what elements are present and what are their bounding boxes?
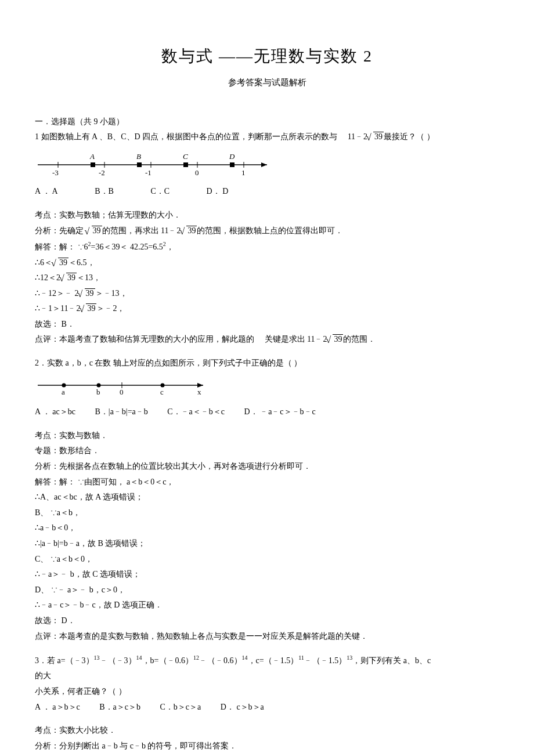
q1-step1: ∴6＜39＜6.5， xyxy=(35,255,499,271)
q3-stem-line1: 3．若 a=（﹣3）13﹣（﹣3）14，b=（﹣0.6）12﹣（﹣0.6）14，… xyxy=(35,652,499,668)
svg-text:0: 0 xyxy=(120,388,124,396)
q3-stem-line2: 的大 xyxy=(35,668,499,684)
svg-text:0: 0 xyxy=(195,168,199,176)
q1-dianping: 点评：本题考查了数轴和估算无理数的大小的应用，解此题的 关键是求出 11﹣239… xyxy=(35,332,499,348)
svg-text:a: a xyxy=(62,388,65,396)
q2-kaodian: 考点：实数与数轴． xyxy=(35,428,499,444)
section-heading: 一．选择题（共 9 小题） xyxy=(35,114,499,130)
q2-jieda: 解答：解： ∵由图可知， a＜b＜0＜c， xyxy=(35,475,499,490)
svg-text:-3: -3 xyxy=(52,168,59,176)
q3-option-d: D． c＞b＞a xyxy=(221,700,264,715)
svg-rect-15 xyxy=(230,162,234,167)
q1-step4: ∴﹣1＞11﹣239＞﹣2， xyxy=(35,301,499,317)
svg-text:-2: -2 xyxy=(99,168,105,176)
q2-dianping: 点评：本题考查的是实数与数轴，熟知数轴上各点与实数是一一对应关系是解答此题的关键… xyxy=(35,629,499,645)
q2-number-line: a b 0 c x xyxy=(35,374,499,403)
q2-options: A ． ac＞bc B．|a﹣b|=a﹣b C．﹣a＜﹣b＜c D． ﹣a﹣c＞… xyxy=(35,404,499,420)
q2-line-a: ∴A、ac＜bc，故 A 选项错误； xyxy=(35,490,499,505)
svg-text:x: x xyxy=(197,388,201,396)
q2-option-d: D． ﹣a﹣c＞﹣b﹣c xyxy=(244,404,316,420)
sqrt-icon: 39 xyxy=(60,270,77,286)
sqrt-icon: 39 xyxy=(367,129,384,145)
q2-stem: 2．实数 a，b，c 在数 轴上对应的点如图所示，则下列式子中正确的是（ ） xyxy=(35,356,499,371)
sqrt-icon: 39 xyxy=(86,223,102,239)
sqrt-icon: 39 xyxy=(52,255,68,271)
q2-line-d2: ∴﹣a﹣c＞﹣b﹣c，故 D 选项正确． xyxy=(35,598,499,613)
svg-text:A: A xyxy=(89,152,95,161)
q2-line-d1: D、 ∵﹣ a＞﹣ b，c＞0， xyxy=(35,583,499,598)
q1-option-a: A ． A xyxy=(35,184,58,200)
svg-point-24 xyxy=(161,383,165,387)
svg-text:-1: -1 xyxy=(145,168,151,176)
q1-option-b: B．B xyxy=(95,184,114,200)
q1-guxuan: 故选： B． xyxy=(35,317,499,332)
q1-stem: 1 如图数轴上有 A 、B、C、D 四点，根据图中各点的位置，判断那一点所表示的… xyxy=(35,129,499,145)
sqrt-icon: 39 xyxy=(80,301,96,317)
q1-stem-text-a: 1 如图数轴上有 A 、B、C、D 四点，根据图中各点的位置，判断那一点所表示的… xyxy=(35,132,337,141)
q1-stem-text-c: 最接近？（ ） xyxy=(384,132,435,141)
q2-option-a: A ． ac＞bc xyxy=(35,404,75,420)
svg-text:D: D xyxy=(229,152,235,161)
svg-rect-14 xyxy=(183,162,188,167)
svg-text:B: B xyxy=(136,152,141,161)
q2-guxuan: 故选： D． xyxy=(35,613,499,629)
q3-fenxi: 分析：分别判断出 a﹣b 与 c﹣b 的符号，即可得出答案． xyxy=(35,739,499,754)
q3-kaodian: 考点：实数大小比较． xyxy=(35,723,499,739)
svg-point-22 xyxy=(62,383,66,387)
sqrt-icon: 39 xyxy=(79,286,95,302)
svg-text:b: b xyxy=(96,388,100,396)
q3-option-b: B．a＞c＞b xyxy=(99,700,140,715)
q1-fenxi: 分析：先确定 39的范围，再求出 11﹣239的范围，根据数轴上点的位置得出即可… xyxy=(35,223,499,239)
q2-option-c: C．﹣a＜﹣b＜c xyxy=(167,404,225,420)
q2-fenxi: 分析：先根据各点在数轴上的位置比较出其大小，再对各选项进行分析即可． xyxy=(35,459,499,475)
q1-step2: ∴12＜239＜13， xyxy=(35,270,499,286)
page-subtitle: 参考答案与试题解析 xyxy=(35,74,499,91)
svg-text:1: 1 xyxy=(241,168,246,176)
q1-step3: ∴﹣12＞﹣ 239＞﹣13， xyxy=(35,286,499,302)
svg-text:C: C xyxy=(183,152,188,161)
svg-marker-21 xyxy=(197,383,203,388)
q3-options: A ． a＞b＞c B．a＞c＞b C．b＞c＞a D． c＞b＞a xyxy=(35,700,499,715)
q1-options: A ． A B．B C．C D． D xyxy=(35,184,499,200)
q3-option-a: A ． a＞b＞c xyxy=(35,700,80,715)
q1-jieda: 解答：解： ∵62=36＜39＜ 42.25=6.52， xyxy=(35,238,499,255)
svg-text:c: c xyxy=(160,388,164,396)
q2-line-b1: B、 ∵a＜b， xyxy=(35,505,499,521)
q3-option-c: C．b＞c＞a xyxy=(160,700,201,715)
q1-stem-text-b: 11﹣2 xyxy=(348,132,367,141)
svg-marker-1 xyxy=(261,162,267,167)
q2-line-c2: ∴﹣a＞﹣ b，故 C 选项错误； xyxy=(35,567,499,583)
q2-line-c1: C、 ∵a＜b＜0， xyxy=(35,552,499,567)
svg-rect-12 xyxy=(91,162,95,167)
q2-line-b3: ∴|a﹣b|=b﹣a，故 B 选项错误； xyxy=(35,536,499,552)
q2-line-b2: ∴a﹣b＜0， xyxy=(35,520,499,536)
q2-zhuanti: 专题：数形结合． xyxy=(35,443,499,459)
q1-option-c: C．C xyxy=(150,184,169,200)
q3-stem-line3: 小关系，何者正确？（ ） xyxy=(35,684,499,700)
q1-kaodian: 考点：实数与数轴；估算无理数的大小． xyxy=(35,208,499,223)
page-title: 数与式 ——无理数与实数 2 xyxy=(35,41,499,71)
svg-rect-13 xyxy=(137,162,142,167)
q2-option-b: B．|a﹣b|=a﹣b xyxy=(95,404,147,420)
sqrt-icon: 39 xyxy=(327,332,343,348)
q1-number-line: -3 -2 -1 0 1 A B C D xyxy=(35,147,499,182)
q1-option-d: D． D xyxy=(207,184,229,200)
svg-point-23 xyxy=(97,383,101,387)
sqrt-icon: 39 xyxy=(181,223,197,239)
